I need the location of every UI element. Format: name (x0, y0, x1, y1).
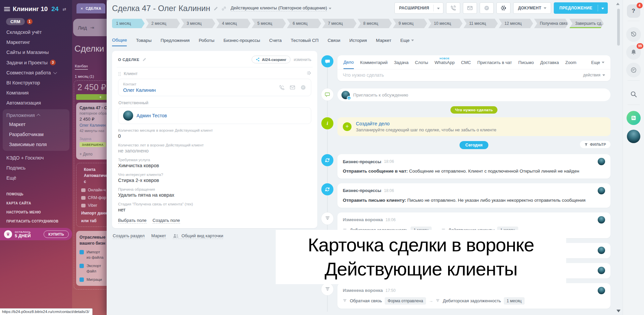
chat-bubble-icon[interactable] (300, 84, 306, 90)
sidebar-item-подпись[interactable]: Подпись (0, 163, 72, 173)
stage-chip-8-месяц[interactable]: 8 месяц (358, 19, 392, 28)
form-field[interactable]: Количество лет в воронке Действующий кли… (118, 143, 311, 153)
document-button[interactable]: ДОКУМЕНТ (513, 2, 551, 14)
stage-chip-11-месяц[interactable]: 11 месяц (464, 19, 498, 28)
notifications-button[interactable]: 99 (626, 45, 641, 60)
form-field[interactable]: Требуемая услугаХимчистка ковров (118, 158, 311, 168)
stage-chip-7-месяц[interactable]: 7 месяц (322, 19, 357, 28)
email-button[interactable] (463, 2, 477, 14)
drag-handle-icon[interactable] (118, 72, 121, 76)
sidebar-footer-link-карта-сайта[interactable]: КАРТА САЙТА (0, 199, 72, 208)
form-link-выбрать-поле[interactable]: Выбрать поле (118, 218, 147, 224)
stage-chip-3-месяц[interactable]: 3 месяц (181, 19, 215, 28)
menu-burger-icon[interactable] (4, 7, 10, 11)
card-footer-link-маркет[interactable]: Маркет (151, 233, 166, 239)
search-button[interactable] (626, 87, 641, 102)
tab-маркет[interactable]: Маркет (376, 38, 391, 46)
stage-chip-1-месяц[interactable]: 1 месяц (112, 19, 145, 28)
sidebar-item-кэдо-госключ[interactable]: КЭДО + Госключ (0, 153, 72, 163)
tab-more[interactable]: Еще (400, 38, 414, 46)
stage-chip-4-месяц[interactable]: 4 месяц (216, 19, 251, 28)
sidebar-item-маркетинг[interactable]: Маркетинг (0, 37, 72, 47)
todo-input[interactable] (343, 72, 583, 78)
sidebar-footer-link-настроить-меню[interactable]: НАСТРОИТЬ МЕНЮ (0, 208, 72, 217)
timeline-entry[interactable]: Изменена воронка17:50Обратная связьФорма… (321, 283, 618, 309)
stage-chip-5-месяц[interactable]: 5 месяц (252, 19, 286, 28)
form-link-создать-поле[interactable]: Создать поле (153, 218, 180, 224)
stage-chip-6-месяц[interactable]: 6 месяц (287, 19, 321, 28)
proposal-button[interactable]: ПРЕДЛОЖЕНИЕ (554, 2, 608, 14)
tab-роботы[interactable]: Роботы (199, 38, 214, 46)
scroll-up-arrow[interactable] (616, 3, 620, 5)
kanban-quick-add-button[interactable]: + (76, 94, 107, 100)
add-activity-link[interactable]: + Дело (79, 152, 107, 156)
stage-chip-получена-связ-[interactable]: Получена связ... (534, 19, 568, 28)
logo-switch-icon[interactable]: ⇄ (62, 7, 66, 12)
edit-pencil-icon[interactable] (213, 6, 218, 11)
mail-icon[interactable] (289, 84, 296, 90)
gear-icon[interactable] (307, 71, 311, 77)
stage-chip-2-месяц[interactable]: 2 месяц (146, 19, 180, 28)
history-button[interactable] (626, 27, 641, 42)
phone-icon[interactable] (279, 84, 285, 90)
settings-button[interactable] (496, 2, 511, 14)
sidebar-item-crm[interactable]: CRM 1 (0, 16, 72, 26)
timeline-tab-whatsapp[interactable]: НОВОЕWhatsApp (434, 60, 454, 69)
sidebar-item-разработчикам[interactable]: Разработчикам (3, 129, 69, 139)
messenger-button[interactable] (626, 63, 641, 77)
timeline-entry[interactable]: Бизнес-процессы18:06Отправить сообщение … (321, 154, 618, 179)
tab-связи[interactable]: Связи (328, 38, 340, 46)
sidebar-item-автоматизация[interactable]: Автоматизация (0, 98, 72, 108)
timeline-entry[interactable]: Бизнес-процессы18:06Отправить письмо кли… (321, 183, 618, 208)
timeline-tab-письмо[interactable]: Письмо (518, 60, 534, 69)
timeline-tab-комментарий[interactable]: Комментарий (360, 60, 388, 69)
scrollbar-thumb[interactable] (617, 9, 620, 46)
sidebar-item-задачи-и-проекты[interactable]: Задачи и Проекты3 (0, 57, 72, 68)
sidebar-footer-link-пригласить-сотрудников[interactable]: ПРИГЛАСИТЬ СОТРУДНИКОВ (0, 217, 72, 226)
sidebar-item-сайты-и-магазины[interactable]: Сайты и Магазины (0, 47, 72, 57)
stage-chip-12-месяц[interactable]: 12 месяц (499, 19, 533, 28)
timeline-tab-дело[interactable]: Дело (343, 60, 354, 69)
buy-button[interactable]: КУПИТЬ (44, 231, 69, 238)
timeline-tab-смс[interactable]: СМС (461, 60, 471, 69)
tab-предложения[interactable]: Предложения (161, 38, 190, 46)
stage-chip-9-месяц[interactable]: 9 месяц (393, 19, 427, 28)
news-feed-button[interactable] (627, 111, 641, 125)
card-footer-link-общий-вид-карточки[interactable]: Общий вид карточки (173, 233, 223, 239)
link-icon[interactable] (221, 6, 226, 11)
edit-pencil-icon[interactable] (142, 57, 147, 62)
sidebar-item-apps[interactable]: Приложения (3, 111, 69, 119)
timeline-tab-zoom[interactable]: Zoom (565, 60, 576, 69)
pipeline-selector[interactable]: Действующие клиенты (Повторное обращение… (231, 5, 331, 11)
slider-tab-deal[interactable]: × СДЕЛКА (76, 3, 105, 13)
tab-тестовый-сп[interactable]: Тестовый СП (291, 38, 319, 46)
add-activity-button[interactable]: + (343, 122, 352, 131)
chat-button[interactable] (480, 2, 494, 14)
extensions-button[interactable]: РАСШИРЕНИЯ (394, 2, 444, 14)
ai-scoring-badge[interactable]: AI24-скоринг (252, 56, 290, 63)
call-button[interactable] (446, 2, 460, 14)
timeline-tab-слоты[interactable]: Слоты (415, 60, 428, 69)
sidebar-item-маркет[interactable]: Маркет (3, 119, 69, 129)
stage-chip-завершить-сд-[interactable]: Завершить сд... (570, 19, 604, 28)
user-avatar[interactable] (627, 130, 640, 143)
sidebar-item-компания[interactable]: Компания (0, 88, 72, 98)
tab-счета[interactable]: Счета (269, 38, 282, 46)
sidebar-footer-link-помощь[interactable]: ПОМОЩЬ (0, 190, 72, 199)
timeline-tab-задача[interactable]: Задача (394, 60, 409, 69)
actions-dropdown[interactable]: действия (583, 73, 605, 77)
form-field[interactable]: Причина обращенияУдалить пятна на коврах (118, 187, 311, 198)
create-activity-link[interactable]: Создайте дело (356, 121, 496, 126)
sidebar-item-складской-уч-т[interactable]: Складской учёт (0, 27, 72, 37)
responsible-link[interactable]: Админ Тестов (137, 113, 167, 118)
form-field[interactable]: Что интересует клиента?Стирка 2-х ковров (118, 173, 311, 183)
form-field[interactable]: Количество месяцев в воронке Действующий… (118, 128, 311, 139)
kanban-view-tab[interactable]: Канбан (75, 64, 88, 70)
close-icon[interactable]: × (80, 6, 83, 11)
form-field[interactable]: Стадия "Получена связь от клиента" (тех)… (118, 202, 311, 212)
sidebar-item-совместная-работа[interactable]: Совместная работа (0, 68, 72, 78)
tab-товары[interactable]: Товары (136, 38, 151, 46)
leads-button[interactable]: Лид ⇥ (73, 19, 107, 36)
tab-общие[interactable]: Общие (112, 38, 127, 46)
scroll-down-arrow[interactable] (616, 310, 621, 312)
